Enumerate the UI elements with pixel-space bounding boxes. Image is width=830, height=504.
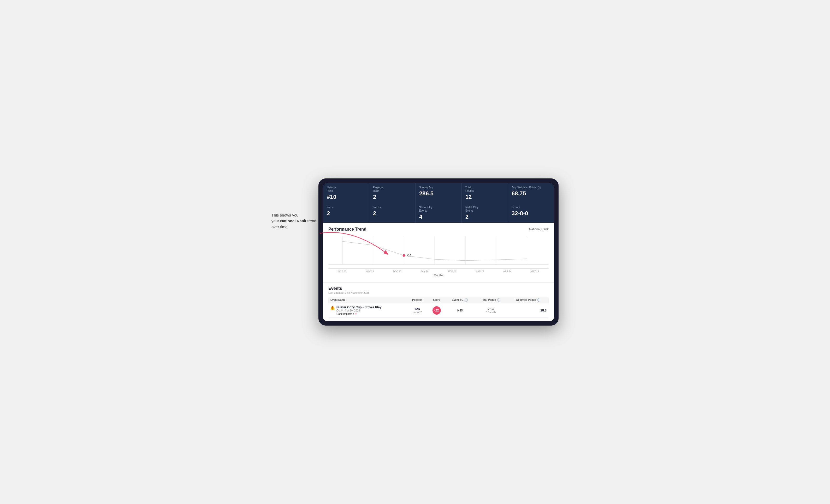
stat-national-rank: NationalRank #10: [323, 183, 369, 203]
performance-section: Performance Trend National Rank: [323, 223, 554, 282]
tablet-screen: NationalRank #10 RegionalRank 2 Scoring …: [323, 183, 554, 321]
event-position-cell: 6th out of 7: [407, 303, 428, 318]
event-weighted-points-cell: 28.3: [507, 303, 549, 318]
events-table-body: 🦺 Buster Cozy Cup - Stroke Play Oct 9 - …: [328, 303, 549, 318]
col-total-points: Total Points i: [474, 297, 507, 303]
event-date: Oct 9 - Oct 10, 2023: [337, 309, 382, 312]
info-icon-weighted-pts: i: [537, 298, 540, 302]
month-label: DEC 23: [383, 270, 411, 273]
month-label: MAY 24: [521, 270, 549, 273]
month-label: JAN 24: [411, 270, 439, 273]
col-position: Position: [407, 297, 428, 303]
outer-wrapper: This shows you your National Rank trend …: [272, 178, 558, 326]
stat-top3s: Top 3s 2: [369, 203, 415, 223]
info-icon-sg: i: [465, 298, 468, 302]
perf-header: Performance Trend National Rank: [328, 227, 549, 232]
event-position-denom: out of 7: [409, 311, 426, 314]
stat-regional-rank: RegionalRank 2: [369, 183, 415, 203]
event-icon: 🦺: [330, 306, 335, 310]
month-label: FEB 24: [439, 270, 466, 273]
stat-stroke-play-events: Stroke PlayEvents 4: [416, 203, 461, 223]
rank-arrow-icon: ▼: [355, 313, 357, 315]
chart-x-title: Months: [328, 274, 549, 277]
stat-scoring-avg: Scoring Avg. 286.5: [416, 183, 461, 203]
events-section: Events Last updated: 24th November 2023 …: [323, 282, 554, 321]
stat-total-rounds: TotalRounds 12: [462, 183, 508, 203]
events-table: Event Name Position Score Event SG i Tot…: [328, 297, 549, 318]
stats-grid-row1: NationalRank #10 RegionalRank 2 Scoring …: [323, 183, 554, 203]
col-event-sg: Event SG i: [446, 297, 474, 303]
chart-month-labels: OCT 23 NOV 23 DEC 23 JAN 24 FEB 24 MAR 2…: [328, 269, 549, 273]
rank-dot: [403, 254, 405, 257]
event-name-cell: 🦺 Buster Cozy Cup - Stroke Play Oct 9 - …: [328, 303, 407, 318]
stat-avg-weighted-points: Avg. Weighted Points i 68.75: [508, 183, 554, 203]
event-position: 6th: [409, 307, 426, 311]
table-row: 🦺 Buster Cozy Cup - Stroke Play Oct 9 - …: [328, 303, 549, 318]
info-icon-avg-points: i: [538, 186, 541, 189]
events-header-row: Event Name Position Score Event SG i Tot…: [328, 297, 549, 303]
stat-match-play-events: Match PlayEvents 2: [462, 203, 508, 223]
event-score-cell: -22: [427, 303, 445, 318]
event-rank-impact: Rank Impact: 3 ▼: [337, 312, 382, 315]
events-title: Events: [328, 286, 549, 291]
perf-title: Performance Trend: [328, 227, 366, 232]
event-sg-cell: 0.45: [446, 303, 474, 318]
event-total-points-cell: 28.33 Rounds: [474, 303, 507, 318]
info-icon-total-pts: i: [497, 298, 500, 302]
month-label: OCT 23: [328, 270, 356, 273]
event-name: Buster Cozy Cup - Stroke Play: [337, 305, 382, 309]
annotation-text: This shows you your National Rank trend …: [272, 212, 318, 230]
col-event-name: Event Name: [328, 297, 407, 303]
month-label: APR 24: [493, 270, 521, 273]
event-rounds: 3 Rounds: [486, 311, 496, 313]
chart-svg: #10: [328, 235, 549, 268]
events-last-updated: Last updated: 24th November 2023: [328, 292, 549, 294]
perf-subtitle: National Rank: [529, 228, 549, 231]
col-weighted-points: Weighted Points i: [507, 297, 549, 303]
col-score: Score: [427, 297, 445, 303]
events-table-header: Event Name Position Score Event SG i Tot…: [328, 297, 549, 303]
month-label: NOV 23: [356, 270, 384, 273]
performance-chart: #10: [328, 235, 549, 269]
stat-wins: Wins 2: [323, 203, 369, 223]
stat-record: Record 32-8-0: [508, 203, 554, 223]
tablet-device: NationalRank #10 RegionalRank 2 Scoring …: [318, 178, 558, 326]
event-score-badge: -22: [433, 306, 441, 314]
rank-label: #10: [406, 254, 411, 257]
month-label: MAR 24: [466, 270, 494, 273]
stats-grid-row2: Wins 2 Top 3s 2 Stroke PlayEvents 4 Matc…: [323, 203, 554, 223]
